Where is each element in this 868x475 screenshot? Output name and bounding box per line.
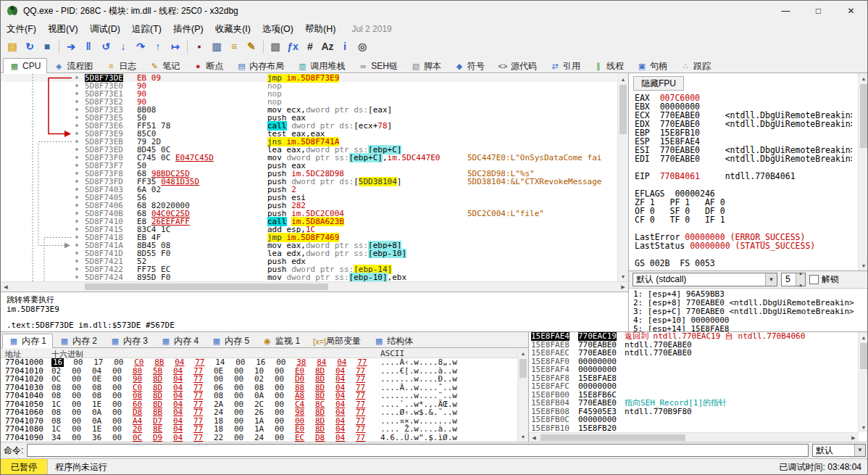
stop-button[interactable]: ■ bbox=[38, 38, 56, 54]
scroll-thumb[interactable] bbox=[541, 434, 685, 441]
argument-row[interactable]: 5: [esp+14] 15E8FAE8 bbox=[633, 325, 864, 331]
tab-seh[interactable]: ∞SEH链 bbox=[351, 58, 404, 73]
menu-item-2[interactable]: 调试(D) bbox=[84, 21, 126, 38]
notes-button[interactable]: ✎ bbox=[243, 38, 260, 54]
tab-handles[interactable]: ▣句柄 bbox=[630, 58, 674, 73]
restart-run-button[interactable]: ↺ bbox=[97, 38, 114, 54]
menu-item-4[interactable]: 插件(P) bbox=[167, 21, 209, 38]
disassembly-vscrollbar[interactable]: ▲ ▼ bbox=[617, 74, 628, 281]
register-line[interactable]: CF 0 TF 0 IF 1 bbox=[635, 215, 852, 224]
tab-watch-1[interactable]: ◉监视 1 bbox=[256, 334, 306, 348]
register-line[interactable]: EIP 770B4061 ntdll.770B4061 bbox=[635, 172, 852, 181]
scroll-down-icon[interactable]: ▼ bbox=[518, 431, 528, 442]
open-file-button[interactable]: ▤ bbox=[4, 38, 21, 54]
stack-row[interactable]: 15E8FB04770EABE0指向SEH_Record[1]的指针 bbox=[529, 399, 858, 408]
tab-memory-map[interactable]: ▤内存布局 bbox=[230, 58, 291, 73]
spinner-arrows-icon[interactable]: ▲▼ bbox=[796, 273, 805, 286]
tab-graph[interactable]: ◈流程图 bbox=[47, 58, 99, 73]
tab-script[interactable]: ▧脚本 bbox=[404, 58, 448, 73]
menu-item-3[interactable]: 追踪(T) bbox=[126, 21, 167, 38]
tab-source[interactable]: <>源代码 bbox=[491, 58, 543, 73]
script-button[interactable]: ▧ bbox=[267, 38, 284, 54]
stack-row[interactable]: 15E8FAE4770EAC19返回到 ntdll.770EAC19 自 ntd… bbox=[529, 332, 858, 341]
scroll-thumb[interactable] bbox=[860, 343, 867, 369]
stack-row[interactable]: 15E8FAEC770EABE0ntdll.770EABE0 bbox=[529, 349, 858, 358]
menu-item-7[interactable]: 帮助(H) bbox=[299, 21, 341, 38]
stack-row[interactable]: 15E8FB1015E8FB20 bbox=[529, 424, 858, 433]
memory-row[interactable]: 7704106008000A00D88B047724002600988D0477… bbox=[1, 408, 517, 417]
memory-row[interactable]: 77041090340036000CD9047722002400ECD80477… bbox=[1, 434, 517, 442]
chevron-down-icon[interactable]: ▼ bbox=[765, 273, 777, 286]
register-line[interactable]: LastStatus 00000000 (STATUS_SUCCESS) bbox=[635, 241, 852, 250]
stack-hscrollbar[interactable]: ◀ ▶ bbox=[529, 432, 859, 442]
scroll-thumb[interactable] bbox=[860, 84, 867, 148]
scroll-up-icon[interactable]: ▲ bbox=[859, 332, 868, 342]
search-button[interactable]: ◎ bbox=[354, 38, 371, 54]
tab-memory-1[interactable]: ▦内存 1 bbox=[2, 334, 53, 348]
stack-row[interactable]: 15E8FAFC00000000 bbox=[529, 382, 858, 391]
command-input[interactable] bbox=[27, 444, 809, 457]
maximize-button[interactable]: □ bbox=[802, 1, 835, 21]
calling-convention-select[interactable]: 默认 (stdcall) ▼ bbox=[633, 273, 777, 286]
scroll-down-icon[interactable]: ▼ bbox=[618, 271, 628, 281]
scroll-thumb[interactable] bbox=[519, 359, 527, 378]
stack-vscrollbar[interactable]: ▲ ▼ bbox=[858, 332, 868, 432]
scroll-thumb[interactable] bbox=[619, 85, 627, 134]
step-out-button[interactable]: ↑ bbox=[149, 38, 167, 54]
scroll-down-icon[interactable]: ▼ bbox=[859, 260, 868, 270]
hash-button[interactable]: # bbox=[301, 38, 319, 54]
info-button[interactable]: i bbox=[336, 38, 354, 54]
run-button[interactable]: ➔ bbox=[62, 38, 80, 54]
memory-row[interactable]: 770410200C000E00908D047700000200D08D0477… bbox=[1, 375, 517, 384]
close-button[interactable]: ✕ bbox=[835, 1, 867, 21]
tab-memory-2[interactable]: ▦内存 2 bbox=[53, 334, 104, 348]
disasm-row[interactable]: 5D8F7424895D F0mov dword ptr ss:[ebp-10]… bbox=[1, 273, 617, 281]
tab-locals[interactable]: [x=]局部变量 bbox=[306, 334, 367, 348]
memory-row[interactable]: 7704100016001700C08B04771400160038840477… bbox=[1, 358, 517, 367]
tab-cpu[interactable]: ▦CPU bbox=[3, 58, 47, 73]
hide-fpu-button[interactable]: 隐藏FPU bbox=[633, 76, 684, 91]
tab-threads[interactable]: ∥线程 bbox=[587, 58, 630, 73]
breakpoints-button[interactable]: ▪ bbox=[191, 38, 208, 54]
step-over-button[interactable]: ↷ bbox=[132, 38, 149, 54]
memory-map-button[interactable]: ▥ bbox=[208, 38, 225, 54]
restart-button[interactable]: ↻ bbox=[21, 38, 38, 54]
scroll-down-icon[interactable]: ▼ bbox=[859, 422, 868, 432]
tab-memory-5[interactable]: ▦内存 5 bbox=[205, 334, 256, 348]
tab-references[interactable]: ⇄引用 bbox=[543, 58, 587, 73]
case-button[interactable]: Az bbox=[319, 38, 336, 54]
memory-vscrollbar[interactable]: ▲ ▼ bbox=[517, 348, 528, 442]
tab-struct[interactable]: ▦结构体 bbox=[367, 334, 420, 348]
registers-vscrollbar[interactable]: ▲ ▼ bbox=[858, 73, 868, 270]
register-line[interactable]: GS 002B FS 0053 bbox=[635, 259, 852, 268]
unlock-checkbox[interactable] bbox=[809, 275, 819, 284]
command-scope-select[interactable]: 默认 ▼ bbox=[812, 444, 866, 457]
log-button[interactable]: ≡ bbox=[225, 38, 243, 54]
functions-button[interactable]: ƒx bbox=[284, 38, 301, 54]
minimize-button[interactable]: — bbox=[769, 1, 802, 21]
register-line[interactable]: EDI 770EABE0 <ntdll.DbgUiRemoteBreakin> bbox=[635, 154, 852, 163]
step-into-button[interactable]: ↓ bbox=[114, 38, 132, 54]
scroll-up-icon[interactable]: ▲ bbox=[518, 348, 528, 358]
stack-row[interactable]: 15E8FB0C00000000 bbox=[529, 416, 858, 424]
chevron-down-icon[interactable]: ▼ bbox=[854, 445, 865, 456]
memory-row[interactable]: 7704104008000800088D047708000A00A88D0477… bbox=[1, 392, 517, 400]
disassembly-hscrollbar[interactable]: ◀ ▶ bbox=[1, 281, 628, 292]
tab-notes[interactable]: ✎笔记 bbox=[143, 58, 186, 73]
argument-count-stepper[interactable]: 5 ▲▼ bbox=[781, 273, 806, 286]
tab-log[interactable]: ≡日志 bbox=[99, 58, 143, 73]
scroll-up-icon[interactable]: ▲ bbox=[618, 74, 628, 84]
menu-item-0[interactable]: 文件(F) bbox=[1, 21, 42, 38]
tab-trace[interactable]: ∴跟踪 bbox=[674, 58, 717, 73]
tab-breakpoints[interactable]: ●断点 bbox=[186, 58, 230, 73]
scroll-thumb[interactable] bbox=[85, 284, 328, 290]
menu-item-1[interactable]: 视图(V) bbox=[42, 21, 84, 38]
menu-item-5[interactable]: 收藏夹(I) bbox=[209, 21, 256, 38]
scroll-right-icon[interactable]: ▶ bbox=[618, 282, 628, 292]
scroll-up-icon[interactable]: ▲ bbox=[859, 73, 868, 83]
memory-row[interactable]: 770410801C001E00208E047718001A00E08D0477… bbox=[1, 425, 517, 434]
tab-symbols[interactable]: ◆符号 bbox=[448, 58, 491, 73]
tab-memory-3[interactable]: ▦内存 3 bbox=[104, 334, 154, 348]
tab-memory-4[interactable]: ▦内存 4 bbox=[154, 334, 205, 348]
stack-row[interactable]: 15E8FAF400000000 bbox=[529, 365, 858, 374]
